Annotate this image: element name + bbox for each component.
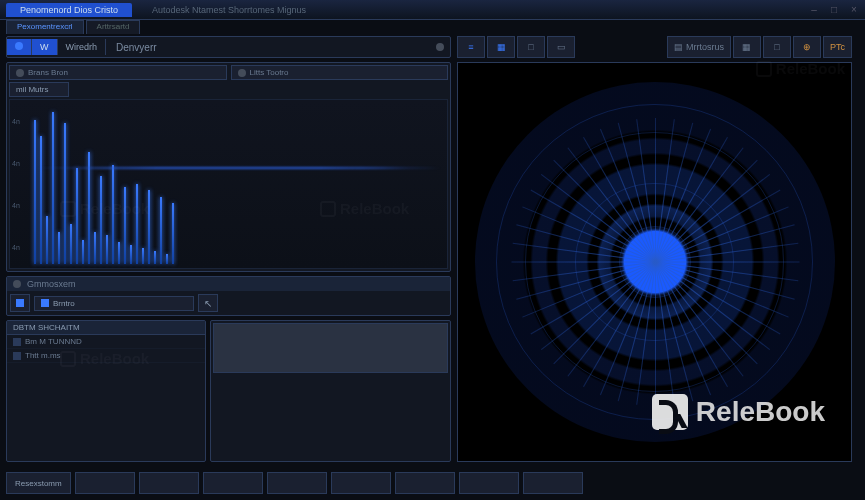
bottom-btn[interactable] <box>459 472 519 494</box>
bottom-btn[interactable] <box>139 472 199 494</box>
mode-wire-icon[interactable] <box>7 39 32 55</box>
param-square-button[interactable] <box>10 294 30 312</box>
tool-mid-button[interactable]: ▤Mrrtosrus <box>667 36 731 58</box>
bar <box>64 123 66 264</box>
tool-mid-label: Mrrtosrus <box>686 42 724 52</box>
param-cursor-button[interactable]: ↖ <box>198 294 218 312</box>
viewport-3d[interactable] <box>457 62 852 462</box>
graph-header-right[interactable]: Litts Tootro <box>231 65 449 80</box>
bar <box>88 152 90 264</box>
status-dot-icon <box>436 43 444 51</box>
bar <box>46 216 48 264</box>
param-field-label: Brntro <box>53 299 75 308</box>
params-header-label: Gmmosxem <box>27 279 76 289</box>
graph-header-left-label: Brans Bron <box>28 68 68 77</box>
params-panel: Gmmosxem Brntro ↖ <box>6 276 451 316</box>
titlebar-tab[interactable]: Penomenord Dios Cristo <box>6 3 132 17</box>
bar <box>118 242 120 264</box>
tool-gear-icon[interactable]: ⊕ <box>793 36 821 58</box>
bar <box>112 165 114 264</box>
dot-icon <box>15 42 23 50</box>
list-item-label: Bm M TUNNND <box>25 337 82 346</box>
mode-bar: W Wiredrh Denvyerr <box>6 36 451 58</box>
square-icon <box>16 299 24 307</box>
bar <box>172 203 174 264</box>
item-icon <box>13 352 21 360</box>
bar <box>94 232 96 264</box>
graph-panel: Brans Bron mil Mutrs Litts Tootro 4n 4n … <box>6 62 451 272</box>
bar <box>106 235 108 264</box>
tool-box-icon[interactable]: □ <box>517 36 545 58</box>
tool-r1-icon[interactable]: □ <box>763 36 791 58</box>
graph-header-left[interactable]: Brans Bron <box>9 65 227 80</box>
dot-icon <box>16 69 24 77</box>
list-item[interactable]: Bm M TUNNND <box>7 335 205 349</box>
bar <box>76 168 78 264</box>
bar <box>160 197 162 264</box>
mode-item-0[interactable]: W <box>32 39 58 55</box>
mode-item-1[interactable]: Wiredrh <box>58 39 107 55</box>
tool-grid-icon[interactable]: ▦ <box>487 36 515 58</box>
chart-bars <box>34 104 443 264</box>
bottom-btn[interactable] <box>523 472 583 494</box>
bottom-btn[interactable] <box>75 472 135 494</box>
subtab-bar: Pexomentrexcrl Arttrsartd <box>0 20 865 34</box>
ytick: 4n <box>12 118 20 125</box>
bar <box>40 136 42 264</box>
bottom-btn[interactable] <box>331 472 391 494</box>
ytick: 4n <box>12 202 20 209</box>
tool-r0-icon[interactable]: ▦ <box>733 36 761 58</box>
close-icon[interactable]: × <box>849 5 859 15</box>
titlebar: Penomenord Dios Cristo Autodesk Ntamest … <box>0 0 865 20</box>
app-title: Autodesk Ntamest Shorrtomes Mignus <box>152 5 306 15</box>
bottom-bar: Resexstomm <box>6 472 859 494</box>
mode-label: Denvyerr <box>106 39 167 56</box>
list-item-label: Thtt m.ms <box>25 351 61 360</box>
bar <box>142 248 144 264</box>
viewport-toolbar: ≡ ▦ □ ▭ ▤Mrrtosrus ▦ □ ⊕ PTc <box>457 36 852 58</box>
tool-rect-icon[interactable]: ▭ <box>547 36 575 58</box>
ytick: 4n <box>12 244 20 251</box>
y-ticks: 4n 4n 4n 4n <box>12 100 20 268</box>
bottom-btn-0[interactable]: Resexstomm <box>6 472 71 494</box>
bottom-btn[interactable] <box>267 472 327 494</box>
window-controls: – □ × <box>809 5 859 15</box>
cursor-icon: ↖ <box>204 298 212 309</box>
list-panel: DBTM SHCHAITM Bm M TUNNND Thtt m.ms <box>6 320 206 462</box>
bar <box>154 251 156 264</box>
param-field[interactable]: Brntro <box>34 296 194 311</box>
radial-object <box>475 82 835 442</box>
bar <box>166 254 168 264</box>
bar <box>82 240 84 264</box>
bar <box>130 245 132 264</box>
graph-area[interactable]: 4n 4n 4n 4n <box>9 99 448 269</box>
graph-header-right-label: Litts Tootro <box>250 68 289 77</box>
list-item[interactable]: Thtt m.ms <box>7 349 205 363</box>
dot-icon <box>13 280 21 288</box>
bottom-btn[interactable] <box>395 472 455 494</box>
tool-ptc-button[interactable]: PTc <box>823 36 852 58</box>
tool-menu-icon[interactable]: ≡ <box>457 36 485 58</box>
bar <box>124 187 126 264</box>
params-header: Gmmosxem <box>7 277 450 291</box>
bar <box>70 224 72 264</box>
list-header: DBTM SHCHAITM <box>7 321 205 335</box>
editor-panel <box>210 320 451 462</box>
square-icon <box>41 299 49 307</box>
bottom-btn[interactable] <box>203 472 263 494</box>
bar <box>34 120 36 264</box>
minimize-icon[interactable]: – <box>809 5 819 15</box>
layer-icon: ▤ <box>674 42 683 52</box>
bar <box>52 112 54 264</box>
ytick: 4n <box>12 160 20 167</box>
subtab-0[interactable]: Pexomentrexcrl <box>6 20 84 34</box>
subtab-1[interactable]: Arttrsartd <box>86 20 141 34</box>
item-icon <box>13 338 21 346</box>
maximize-icon[interactable]: □ <box>829 5 839 15</box>
editor-field[interactable] <box>213 323 448 373</box>
bar <box>136 184 138 264</box>
graph-subheader[interactable]: mil Mutrs <box>9 82 69 97</box>
dot-icon <box>238 69 246 77</box>
bar <box>58 232 60 264</box>
bar <box>148 190 150 264</box>
